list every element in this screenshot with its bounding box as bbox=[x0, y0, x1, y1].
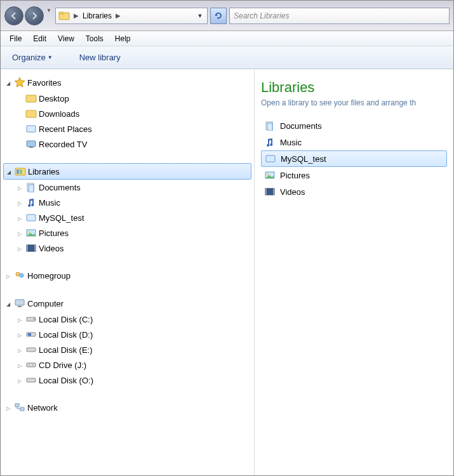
svg-point-28 bbox=[30, 364, 33, 367]
tree-item-mysql-test[interactable]: MySQL_test bbox=[1, 210, 254, 225]
breadcrumb-root[interactable]: Libraries bbox=[83, 11, 112, 20]
cd-drive-icon bbox=[25, 359, 37, 371]
library-label: Videos bbox=[280, 187, 305, 197]
expand-icon[interactable] bbox=[4, 404, 12, 411]
forward-button[interactable] bbox=[25, 6, 44, 25]
library-item-pictures[interactable]: Pictures bbox=[261, 167, 447, 183]
library-item-documents[interactable]: Documents bbox=[261, 117, 447, 134]
tree-label: Music bbox=[39, 198, 60, 208]
folder-icon bbox=[25, 93, 37, 104]
tree-label: Videos bbox=[39, 244, 64, 253]
nav-history-dropdown[interactable]: ▼ bbox=[45, 6, 53, 15]
tree-item-recent-places[interactable]: Recent Places bbox=[1, 121, 254, 136]
tree-label: Libraries bbox=[28, 167, 60, 176]
expand-icon[interactable] bbox=[4, 300, 12, 307]
tree-computer[interactable]: Computer bbox=[1, 295, 254, 312]
music-icon bbox=[25, 197, 37, 208]
menu-file[interactable]: File bbox=[4, 33, 27, 44]
documents-icon bbox=[25, 182, 37, 193]
library-icon bbox=[25, 212, 37, 223]
tree-homegroup[interactable]: Homegroup bbox=[1, 267, 254, 284]
search-input[interactable]: Search Libraries bbox=[229, 8, 450, 24]
recent-icon bbox=[25, 123, 37, 135]
documents-icon bbox=[264, 120, 276, 131]
refresh-button[interactable] bbox=[210, 8, 227, 24]
tree-item-disk-e[interactable]: Local Disk (E:) bbox=[1, 342, 254, 357]
expand-icon[interactable] bbox=[16, 199, 23, 206]
svg-rect-33 bbox=[267, 123, 272, 131]
menu-edit[interactable]: Edit bbox=[28, 33, 51, 44]
library-label: Documents bbox=[280, 121, 322, 131]
tree-item-pictures[interactable]: Pictures bbox=[1, 225, 254, 241]
tree-item-documents[interactable]: Documents bbox=[1, 180, 254, 195]
tree-label: CD Drive (J:) bbox=[39, 360, 86, 370]
pictures-icon bbox=[25, 227, 37, 239]
address-dropdown-icon[interactable]: ▼ bbox=[196, 13, 204, 19]
address-bar[interactable]: ▶ Libraries ▶ ▼ bbox=[55, 8, 208, 24]
main: Favorites Desktop Downloads Recent Place… bbox=[1, 69, 453, 475]
music-icon bbox=[264, 136, 276, 148]
organize-button[interactable]: Organize ▼ bbox=[8, 51, 57, 64]
search-placeholder: Search Libraries bbox=[234, 11, 289, 20]
expand-icon[interactable] bbox=[16, 347, 23, 354]
tree-item-cd-j[interactable]: CD Drive (J:) bbox=[1, 357, 254, 373]
svg-rect-2 bbox=[26, 95, 36, 102]
expand-icon[interactable] bbox=[16, 184, 23, 191]
tree-item-videos[interactable]: Videos bbox=[1, 241, 254, 256]
tree-item-disk-c[interactable]: Local Disk (C:) bbox=[1, 312, 254, 327]
expand-icon[interactable] bbox=[16, 377, 23, 384]
expand-icon[interactable] bbox=[4, 272, 12, 279]
svg-rect-34 bbox=[266, 155, 275, 162]
library-item-music[interactable]: Music bbox=[261, 134, 447, 150]
tree-favorites[interactable]: Favorites bbox=[1, 74, 254, 91]
tree-label: Documents bbox=[39, 183, 81, 192]
tree-libraries[interactable]: Libraries bbox=[3, 163, 251, 180]
libraries-icon bbox=[14, 166, 27, 177]
svg-rect-30 bbox=[15, 404, 19, 407]
pictures-icon bbox=[264, 169, 276, 181]
tree-label: Recorded TV bbox=[39, 140, 87, 149]
svg-rect-21 bbox=[18, 306, 22, 307]
menu-view[interactable]: View bbox=[53, 33, 79, 44]
tree-item-disk-d[interactable]: Local Disk (D:) bbox=[1, 327, 254, 342]
svg-rect-15 bbox=[27, 245, 36, 251]
expand-icon[interactable] bbox=[5, 168, 13, 175]
expand-icon[interactable] bbox=[16, 362, 23, 369]
disk-icon bbox=[25, 374, 37, 386]
disk-icon bbox=[25, 314, 37, 325]
back-button[interactable] bbox=[4, 6, 23, 25]
tree-item-disk-o[interactable]: Local Disk (O:) bbox=[1, 373, 254, 388]
tree-label: Downloads bbox=[39, 109, 79, 119]
tree-label: Local Disk (O:) bbox=[39, 376, 93, 385]
homegroup-icon bbox=[13, 270, 26, 281]
menu-tools[interactable]: Tools bbox=[81, 33, 109, 44]
svg-rect-1 bbox=[59, 12, 63, 14]
expand-icon[interactable] bbox=[16, 331, 23, 338]
expand-icon[interactable] bbox=[16, 230, 23, 237]
expand-icon[interactable] bbox=[16, 215, 23, 221]
tree-label: Local Disk (E:) bbox=[39, 345, 93, 355]
tree-label: Pictures bbox=[39, 228, 69, 238]
svg-rect-12 bbox=[27, 215, 36, 221]
network-icon bbox=[13, 402, 26, 413]
svg-rect-6 bbox=[29, 147, 33, 148]
libraries-icon bbox=[58, 10, 70, 22]
tree-label: Favorites bbox=[27, 78, 61, 88]
svg-point-14 bbox=[29, 232, 30, 234]
svg-rect-5 bbox=[27, 141, 36, 147]
tree-item-desktop[interactable]: Desktop bbox=[1, 91, 254, 106]
library-item-videos[interactable]: Videos bbox=[261, 183, 447, 200]
tree-item-music[interactable]: Music bbox=[1, 195, 254, 210]
tree-network[interactable]: Network bbox=[1, 399, 254, 416]
disk-icon bbox=[25, 344, 37, 355]
svg-rect-4 bbox=[27, 126, 36, 132]
tree-item-recorded-tv[interactable]: Recorded TV bbox=[1, 136, 254, 152]
expand-icon[interactable] bbox=[16, 316, 23, 323]
svg-rect-37 bbox=[265, 188, 274, 195]
expand-icon[interactable] bbox=[16, 245, 23, 252]
menu-help[interactable]: Help bbox=[110, 33, 136, 44]
expand-icon[interactable] bbox=[4, 79, 12, 86]
new-library-button[interactable]: New library bbox=[76, 51, 124, 64]
library-item-mysql-test[interactable]: MySQL_test bbox=[261, 150, 447, 167]
tree-item-downloads[interactable]: Downloads bbox=[1, 106, 254, 121]
